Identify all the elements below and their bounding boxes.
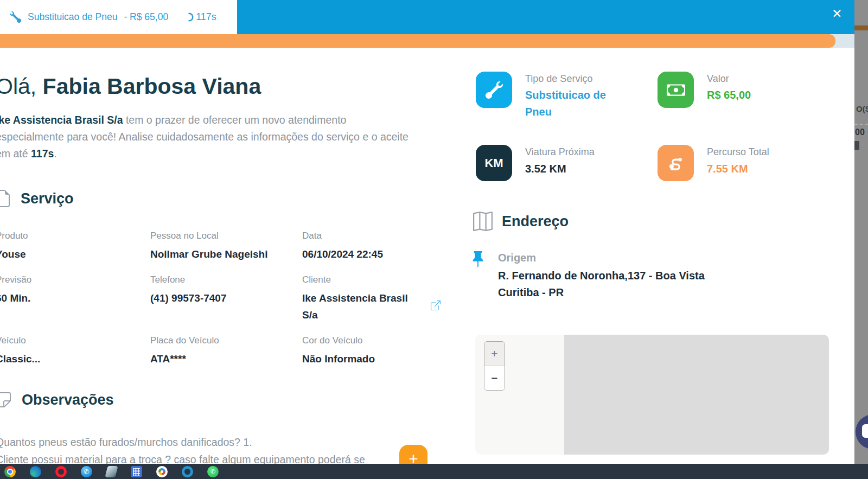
field-placa: Placa do Veículo ATA****: [150, 335, 219, 367]
observations-text: Quantos pneus estão furados/murchos dani…: [0, 433, 400, 468]
service-type-tile: [476, 72, 512, 108]
card-value-price: R$ 65,00: [707, 87, 751, 104]
browser-circle-icon[interactable]: [182, 466, 193, 477]
route-icon: [667, 154, 685, 173]
background-window-strip: O(S 00: [854, 0, 868, 464]
background-text-fragment: O(S: [856, 104, 868, 113]
whatsapp-icon[interactable]: ✆: [207, 466, 219, 477]
edge-icon[interactable]: [30, 466, 41, 477]
company-name: Ike Assistencia Brasil S/a: [0, 114, 123, 126]
offer-summary-bar: Substituicao de Pneu - R$ 65,00 117s: [0, 0, 237, 34]
map-zoom-control: + −: [484, 341, 505, 391]
map-tiles: [564, 335, 829, 455]
timer-arc-icon: [184, 12, 194, 22]
zoom-in-button[interactable]: +: [484, 342, 505, 366]
observations-section-title: Observações: [22, 392, 114, 408]
background-block-fragment: [854, 141, 859, 150]
field-cliente: Cliente Ike Assistencia Brasil S/a: [302, 274, 420, 323]
field-pessoa-no-local: Pessoa no Local Noilmar Grube Nageishi: [150, 231, 267, 263]
card-label: Viatura Próxima: [525, 146, 595, 158]
origin-label: Origem: [498, 252, 536, 264]
card-label: Percurso Total: [707, 146, 769, 158]
header-bar: [237, 0, 854, 34]
card-value-distance: 3.52 KM: [525, 161, 566, 177]
intro-countdown: 117s: [31, 148, 54, 159]
cash-icon: [667, 81, 685, 99]
service-section-title: Serviço: [21, 190, 74, 207]
observation-line: Quantos pneus estão furados/murchos dani…: [0, 433, 400, 451]
offer-service-name: Substituicao de Pneu: [28, 11, 117, 23]
greeting-heading: Olá, Fabia Barbosa Viana: [0, 74, 261, 99]
countdown-progress-fill: [0, 34, 835, 48]
field-produto: Produto Youse: [0, 231, 28, 263]
notes-app-icon[interactable]: [105, 466, 118, 477]
field-previsao: Previsão 60 Min.: [0, 274, 31, 306]
customer-name: Fabia Barbosa Viana: [43, 74, 261, 99]
offer-price: - R$ 65,00: [124, 11, 168, 23]
km-badge: KM: [476, 145, 512, 181]
external-link-icon[interactable]: [431, 301, 441, 310]
note-icon: [0, 391, 12, 408]
chat-icon: [862, 424, 868, 438]
offer-countdown: 117s: [184, 11, 216, 23]
route-tile: [658, 145, 694, 181]
chrome-icon[interactable]: [4, 466, 16, 477]
intro-paragraph: Ike Assistencia Brasil S/a tem o prazer …: [0, 112, 412, 162]
background-progress-fragment: [854, 25, 868, 30]
wrench-icon: [10, 11, 21, 23]
service-section-heading: Serviço: [0, 190, 74, 207]
close-icon[interactable]: ✕: [829, 5, 845, 22]
card-value-route: 7.55 KM: [707, 161, 748, 177]
document-icon: [0, 190, 12, 207]
card-label: Valor: [707, 73, 729, 85]
card-value-service-type: Substituicao de Pneu: [525, 87, 620, 120]
background-divider: [854, 124, 868, 125]
offer-modal-screen: Substituicao de Pneu - R$ 65,00 117s ✕ O…: [0, 0, 868, 479]
background-text-fragment: 00: [855, 127, 865, 137]
origin-address: R. Fernando de Noronha,137 - Boa Vista C…: [498, 267, 726, 301]
taskbar: ✆ ✆: [0, 464, 868, 479]
wrench-icon: [486, 81, 503, 99]
field-telefone: Telefone (41) 99573-7407: [150, 274, 227, 306]
card-label: Tipo de Serviço: [525, 73, 592, 85]
observations-section-heading: Observações: [0, 391, 114, 408]
address-section-heading: Endereço: [473, 212, 569, 231]
google-maps-icon[interactable]: [156, 466, 168, 477]
countdown-progress-track: [0, 34, 854, 48]
pushpin-icon: [470, 251, 486, 267]
map[interactable]: + −: [475, 335, 829, 455]
opera-icon[interactable]: [55, 466, 67, 477]
field-cor: Cor do Veículo Não Informado: [302, 335, 375, 367]
skype-icon[interactable]: ✆: [81, 466, 92, 477]
calculator-icon[interactable]: [131, 466, 142, 477]
field-data: Data 06/10/2024 22:45: [302, 231, 383, 263]
field-veiculo: Veículo Classic...: [0, 335, 40, 367]
address-section-title: Endereço: [502, 213, 569, 230]
map-icon: [473, 212, 493, 231]
price-tile: [658, 72, 694, 108]
zoom-out-button[interactable]: −: [484, 366, 505, 390]
